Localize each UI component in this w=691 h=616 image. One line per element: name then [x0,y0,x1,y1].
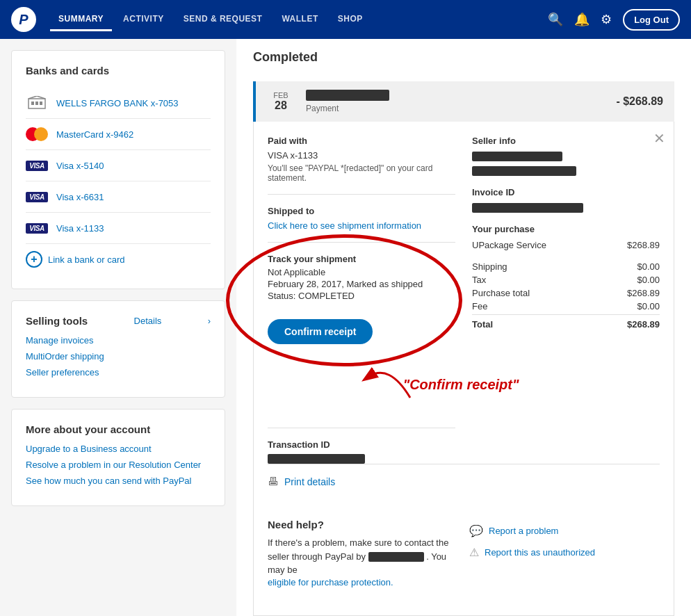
shipped-to-label: Shipped to [268,206,455,216]
paypal-logo: P [11,7,36,32]
help-text: If there's a problem, make sure to conta… [268,536,458,577]
confirm-receipt-button[interactable]: Confirm receipt [268,319,373,344]
bank-item-visa-6631: VISA Visa x-6631 [26,181,211,213]
selling-details-link[interactable]: Details [134,316,162,326]
detail-grid: Paid with VISA x-1133 You'll see "PAYPAL… [268,136,660,464]
track-section: Track your shipment Not Applicable Febru… [268,254,455,344]
settings-icon[interactable]: ⚙ [601,12,612,27]
link-bank-card-button[interactable]: + Link a bank or card [26,244,125,275]
visa-icon-5140: VISA [26,157,48,174]
help-redacted [368,552,424,562]
purchase-item-0-label: UPackage Service [472,240,546,250]
right-col: Seller info Invoice ID Your purchase [472,136,660,464]
plus-icon: + [26,251,42,268]
purchase-row-total: Total $268.89 [472,314,660,330]
bank-name-visa-6631[interactable]: Visa x-6631 [56,192,104,202]
transaction-id-label: Transaction ID [268,439,455,450]
banks-section: Banks and cards WELLS FARGO BANK x-7053 [11,50,225,289]
purchase-item-4-label: Fee [472,301,487,311]
card-statement-note: You'll see "PAYPAL *[redacted]" on your … [268,163,455,183]
nav-icons: 🔍 🔔 ⚙ Log Out [548,9,680,31]
seller-preferences-link[interactable]: Seller preferences [26,367,211,378]
more-title: More about your account [26,423,211,435]
paid-with-value: VISA x-1133 [268,150,455,161]
nav-links: SUMMARY ACTIVITY SEND & REQUEST WALLET S… [50,8,548,31]
nav-activity[interactable]: ACTIVITY [115,8,172,31]
purchase-item-2-value: $0.00 [637,275,660,285]
seller-info-label: Seller info [472,136,660,146]
purchase-section: Your purchase UPackage Service $268.89 S… [472,224,660,330]
purchase-item-3-value: $268.89 [627,288,660,298]
transaction-name-redacted [306,90,389,101]
printer-icon: 🖶 [268,476,279,488]
help-left: Need help? If there's a problem, make su… [268,519,458,587]
mastercard-icon [26,126,48,143]
notifications-icon[interactable]: 🔔 [574,12,590,27]
purchase-total-value: $268.89 [627,319,660,330]
nav-send-request[interactable]: SEND & REQUEST [175,8,271,31]
report-problem-label: Report a problem [489,526,558,536]
svg-rect-3 [40,102,42,105]
shipment-info-link[interactable]: Click here to see shipment information [268,220,421,231]
purchase-protection-link[interactable]: eligible for purchase protection. [268,577,393,587]
help-title: Need help? [268,519,458,530]
purchase-item-1-value: $0.00 [637,261,660,272]
multiorder-shipping-link[interactable]: MultiOrder shipping [26,351,211,362]
report-unauthorized-label: Report this as unauthorized [485,547,595,558]
track-title: Track your shipment [268,254,455,264]
report-unauthorized-link[interactable]: ⚠ Report this as unauthorized [469,546,660,559]
track-not-applicable: Not Applicable [268,267,455,277]
bank-name-visa-1133[interactable]: Visa x-1133 [56,223,104,234]
link-card-label: Link a bank or card [48,254,125,265]
your-purchase-title: Your purchase [472,224,660,234]
search-icon[interactable]: 🔍 [548,12,563,27]
purchase-row-2: Tax $0.00 [472,275,660,285]
nav-wallet[interactable]: WALLET [273,8,326,31]
track-date: February 28, 2017, Marked as shipped [268,279,455,289]
bank-item-visa-5140: VISA Visa x-5140 [26,150,211,181]
purchase-row-4: Fee $0.00 [472,301,660,311]
purchase-row-1: Shipping $0.00 [472,261,660,272]
transaction-type: Payment [306,104,605,113]
seller-name-redacted [472,152,562,161]
invoice-id-redacted [472,203,583,213]
send-limit-link[interactable]: See how much you can send with PayPal [26,476,211,486]
warning-icon: ⚠ [469,546,479,559]
red-arrow-icon [361,356,417,405]
transaction-amount: - $268.89 [616,95,663,108]
visa-icon-6631: VISA [26,188,48,205]
bank-name-wells-fargo[interactable]: WELLS FARGO BANK x-7053 [56,98,179,108]
purchase-total-label: Total [472,319,493,330]
seller-address-redacted [472,166,576,176]
logout-button[interactable]: Log Out [623,9,680,31]
more-section: More about your account Upgrade to a Bus… [11,409,225,506]
resolve-problem-link[interactable]: Resolve a problem in our Resolution Cent… [26,460,211,470]
purchase-row-3: Purchase total $268.89 [472,288,660,298]
nav-summary[interactable]: SUMMARY [50,8,112,31]
date-month: FEB [267,91,295,99]
logo-text: P [19,12,28,28]
help-section: Need help? If there's a problem, make su… [268,499,660,601]
sidebar: Banks and cards WELLS FARGO BANK x-7053 [0,39,236,616]
chevron-right-icon: › [208,316,211,326]
report-problem-link[interactable]: 💬 Report a problem [469,524,660,537]
main-content: Completed FEB 28 Payment - $268.89 ✕ Pai… [236,39,691,616]
close-button[interactable]: ✕ [653,130,665,147]
nav-shop[interactable]: SHOP [330,8,371,31]
bank-name-mastercard[interactable]: MasterCard x-9462 [56,129,133,140]
selling-section: Selling tools Details › Manage invoices … [11,300,225,398]
bank-name-visa-5140[interactable]: Visa x-5140 [56,161,104,171]
selling-title: Selling tools [26,315,88,327]
bank-item-mastercard: MasterCard x-9462 [26,119,211,150]
paid-with-label: Paid with [268,136,455,146]
purchase-item-1-label: Shipping [472,261,507,272]
date-block: FEB 28 [267,91,295,112]
bank-item-wells-fargo: WELLS FARGO BANK x-7053 [26,88,211,119]
help-grid: Need help? If there's a problem, make su… [268,519,660,587]
help-links: 💬 Report a problem ⚠ Report this as unau… [469,524,660,587]
print-details-link[interactable]: Print details [284,476,335,487]
selling-header: Selling tools Details › [26,315,211,327]
upgrade-business-link[interactable]: Upgrade to a Business account [26,444,211,454]
svg-rect-2 [35,102,38,105]
manage-invoices-link[interactable]: Manage invoices [26,335,211,346]
